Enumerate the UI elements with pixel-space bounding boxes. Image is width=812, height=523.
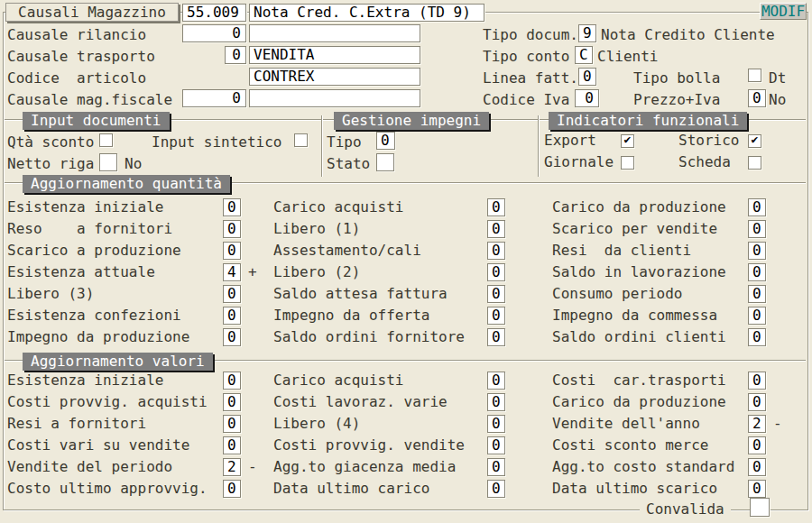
value-field[interactable]: 0 <box>748 220 766 238</box>
quantita-col2: Carico acquisti 0 Libero (1) 0 Assestame… <box>273 197 512 348</box>
quantita-row: Scarico a produzione 0 <box>7 240 257 262</box>
qta-sconto-checkbox[interactable]: ✔ <box>99 133 113 147</box>
convalida-input[interactable] <box>750 498 770 517</box>
field-label: Carico da produzione <box>552 394 748 410</box>
tipo-bolla-checkbox[interactable]: ✔ <box>748 69 761 82</box>
field-label: Data ultimo scarico <box>552 481 748 497</box>
value-field[interactable]: 0 <box>223 415 241 433</box>
field-label: Impegno da commessa <box>552 307 748 324</box>
quantita-row: Esistenza iniziale 0 <box>7 197 257 218</box>
prezzo-iva-field[interactable]: 0 <box>748 89 766 107</box>
causale-rilancio-desc-field[interactable] <box>249 24 420 42</box>
impegni-tipo-field[interactable]: 0 <box>376 132 395 150</box>
codice-articolo-field[interactable]: CONTREX <box>249 68 420 86</box>
value-field[interactable]: 0 <box>487 415 505 433</box>
causale-code-field[interactable]: 55.009 <box>182 4 246 22</box>
value-field[interactable]: 0 <box>487 436 505 454</box>
linea-fatt-field[interactable]: 0 <box>578 68 596 86</box>
value-field[interactable]: 0 <box>487 220 505 238</box>
field-label: Impegno da offerta <box>273 307 487 324</box>
field-label: Resi a fornitori <box>7 416 223 432</box>
indicator-checkbox[interactable]: ✔ <box>748 156 761 170</box>
causale-description-field[interactable]: Nota Cred. C.Extra (TD 9) <box>249 4 484 22</box>
value-field[interactable]: 0 <box>223 328 241 346</box>
causale-trasporto-label: Causale trasporto <box>7 49 155 65</box>
valori-row: Data ultimo carico 0 <box>273 478 512 500</box>
value-field[interactable]: 0 <box>748 480 766 498</box>
causale-magfiscale-field[interactable]: 0 <box>182 89 246 107</box>
tipo-docum-field[interactable]: 9 <box>578 24 596 42</box>
quantita-row: Assestamento/cali 0 <box>273 240 512 262</box>
field-label: Esistenza confezioni <box>7 307 223 324</box>
value-field[interactable]: 0 <box>487 263 505 281</box>
field-label: Data ultimo carico <box>273 481 487 497</box>
field-label: Costi lavoraz. varie <box>273 394 487 410</box>
value-field[interactable]: 0 <box>748 307 766 325</box>
value-field[interactable]: 0 <box>748 458 766 476</box>
value-field[interactable]: 0 <box>748 198 766 216</box>
tipo-docum-desc: Nota Credito Cliente <box>601 27 775 43</box>
quantita-row: Impegno da offerta 0 <box>273 305 512 326</box>
value-field[interactable]: 0 <box>487 393 505 411</box>
value-field[interactable]: 4 <box>223 263 241 281</box>
indicator-checkbox[interactable]: ✔ <box>748 134 761 148</box>
value-field[interactable]: 0 <box>748 263 766 281</box>
value-field[interactable]: 0 <box>487 285 505 303</box>
check-icon: ✔ <box>624 133 632 146</box>
window-title-button[interactable]: Causali Magazzino <box>5 3 179 22</box>
field-label: Saldo ordini clienti <box>552 329 748 345</box>
input-sintetico-checkbox[interactable]: ✔ <box>294 133 308 147</box>
field-label: Libero (2) <box>273 264 487 280</box>
tipo-conto-field[interactable]: C <box>575 46 593 64</box>
value-field[interactable]: 2 <box>223 458 241 476</box>
value-field[interactable]: 0 <box>487 242 505 260</box>
value-field[interactable]: 0 <box>748 328 766 346</box>
value-field[interactable]: 0 <box>223 285 241 303</box>
field-label: Carico acquisti <box>273 199 487 216</box>
input-sintetico-label: Input sintetico <box>152 134 282 151</box>
value-field[interactable]: 0 <box>487 307 505 325</box>
netto-riga-field[interactable] <box>99 153 117 171</box>
prezzo-iva-label: Prezzo+Iva <box>633 92 720 108</box>
causale-trasporto-field[interactable]: 0 <box>225 46 246 64</box>
valori-col2: Carico acquisti 0 Costi lavoraz. varie 0… <box>273 370 512 500</box>
causale-rilancio-label: Causale rilancio <box>7 27 146 43</box>
value-field[interactable]: 0 <box>223 436 241 454</box>
value-field[interactable]: 0 <box>223 372 241 390</box>
impegni-stato-field[interactable] <box>376 153 394 171</box>
valori-row: Libero (4) 0 <box>273 413 512 435</box>
value-field[interactable]: 0 <box>223 198 241 216</box>
indicator-checkbox[interactable]: ✔ <box>621 156 634 170</box>
causale-rilancio-field[interactable]: 0 <box>182 24 246 42</box>
value-field[interactable]: 0 <box>487 458 505 476</box>
value-field[interactable]: 0 <box>748 436 766 454</box>
value-field[interactable]: 2 <box>748 415 766 433</box>
value-field[interactable]: 0 <box>748 285 766 303</box>
indicatori-grid: Export ✔ Storico ✔ Giornale ✔ Scheda ✔ <box>544 130 761 173</box>
field-label: Costi vari su vendite <box>7 437 223 454</box>
value-field[interactable]: 0 <box>223 242 241 260</box>
mode-badge: MODIF <box>760 3 807 20</box>
quantita-row: Carico acquisti 0 <box>273 197 512 218</box>
value-field[interactable]: 0 <box>487 328 505 346</box>
value-field[interactable]: 0 <box>223 307 241 325</box>
value-field[interactable]: 0 <box>223 220 241 238</box>
value-field[interactable]: 0 <box>487 480 505 498</box>
causale-magfiscale-desc-field[interactable] <box>249 89 420 107</box>
value-field[interactable]: 0 <box>487 372 505 390</box>
codice-iva-field[interactable]: 0 <box>575 89 599 107</box>
value-field[interactable]: 0 <box>223 480 241 498</box>
quantita-row: Impegno da commessa 0 <box>552 305 773 326</box>
valori-row: Costi provvig. acquisti 0 <box>7 391 257 413</box>
value-field[interactable]: 0 <box>748 393 766 411</box>
quantita-row: Consumo periodo 0 <box>552 283 773 305</box>
value-field[interactable]: 0 <box>748 372 766 390</box>
quantita-row: Saldo in lavorazione 0 <box>552 262 773 283</box>
value-field[interactable]: 0 <box>223 393 241 411</box>
value-field[interactable]: 0 <box>748 242 766 260</box>
valori-row: Costi car.trasporti 0 <box>552 370 782 391</box>
value-field[interactable]: 0 <box>487 198 505 216</box>
causale-trasporto-desc-field[interactable]: VENDITA <box>249 46 420 64</box>
indicator-item: Giornale ✔ <box>544 154 678 170</box>
indicator-checkbox[interactable]: ✔ <box>621 134 634 148</box>
